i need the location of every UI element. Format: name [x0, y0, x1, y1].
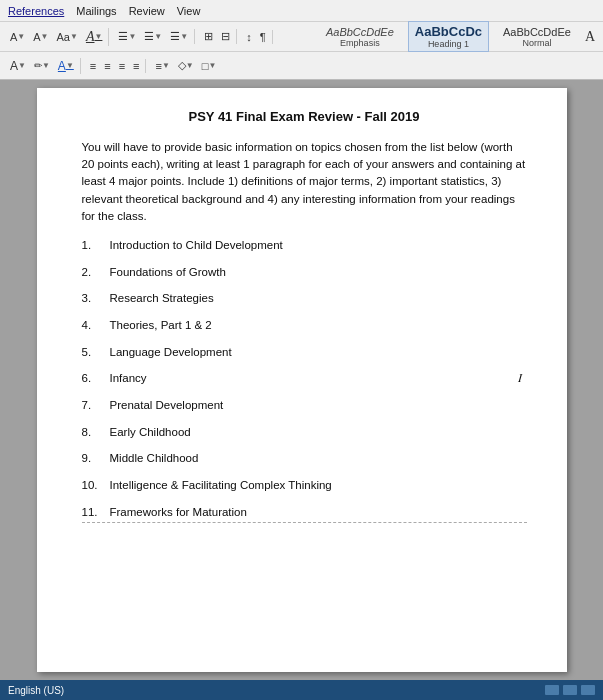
list-item: 11. Frameworks for Maturation — [82, 504, 527, 524]
format-group: A▼ ✏▼ A▼ — [4, 58, 81, 74]
list-btn1[interactable]: ☰▼ — [115, 29, 139, 44]
shading-button[interactable]: ◇▼ — [175, 58, 197, 73]
document-title: PSY 41 Final Exam Review - Fall 2019 — [82, 108, 527, 127]
document-intro: You will have to provide basic informati… — [82, 139, 527, 225]
styles-area: AaBbCcDdEe Emphasis AaBbCcDc Heading 1 A… — [276, 21, 599, 52]
border-button[interactable]: □▼ — [199, 59, 220, 73]
para-button[interactable]: ¶ — [257, 30, 269, 44]
align-right-button[interactable]: ≡ — [116, 59, 128, 73]
menu-review[interactable]: Review — [129, 5, 165, 17]
status-bar: English (US) — [0, 680, 603, 700]
list-text-7: Prenatal Development — [110, 397, 224, 414]
list-num-9: 9. — [82, 450, 110, 467]
font-style-button[interactable]: A▼ — [83, 28, 105, 46]
list-item: 1. Introduction to Child Development — [82, 237, 527, 254]
sort-group: ↕ ¶ — [240, 30, 272, 44]
list-item: 10. Intelligence & Facilitating Complex … — [82, 477, 527, 494]
font-group: A▼ A▼ Aa▼ A▼ — [4, 28, 109, 46]
toolbar-row1: A▼ A▼ Aa▼ A▼ ☰▼ ☰▼ ☰▼ ⊞ ⊟ ↕ ¶ AaBbCcDdEe… — [0, 22, 603, 52]
toolbar-row2: A▼ ✏▼ A▼ ≡ ≡ ≡ ≡ ≡▼ ◇▼ □▼ — [0, 52, 603, 80]
font-a-button[interactable]: A▼ — [7, 30, 28, 44]
list-num-6: 6. — [82, 370, 110, 387]
list-text-4: Theories, Part 1 & 2 — [110, 317, 212, 334]
status-right-icons — [545, 685, 595, 695]
align-left-button[interactable]: ≡ — [87, 59, 99, 73]
styles-more-button[interactable]: A — [585, 29, 595, 45]
indent-increase-button[interactable]: ⊞ — [201, 29, 216, 44]
list-item: 6. Infancy 𝐼 — [82, 370, 527, 387]
underline-a-button[interactable]: A▼ — [55, 58, 77, 74]
list-num-2: 2. — [82, 264, 110, 281]
align-group: ≡ ≡ ≡ ≡ — [84, 59, 147, 73]
list-num-8: 8. — [82, 424, 110, 441]
emphasis-label: Emphasis — [340, 38, 380, 48]
document-page: PSY 41 Final Exam Review - Fall 2019 You… — [37, 88, 567, 672]
document-wrapper: PSY 41 Final Exam Review - Fall 2019 You… — [0, 80, 603, 680]
format-btn2[interactable]: ✏▼ — [31, 59, 53, 72]
menu-mailings[interactable]: Mailings — [76, 5, 116, 17]
list-text-10: Intelligence & Facilitating Complex Thin… — [110, 477, 332, 494]
list-text-5: Language Development — [110, 344, 232, 361]
list-group: ☰▼ ☰▼ ☰▼ — [112, 29, 195, 44]
list-text-6: Infancy — [110, 370, 147, 387]
menu-bar: References Mailings Review View — [0, 0, 603, 22]
list-text-11: Frameworks for Maturation — [110, 504, 247, 521]
style-emphasis[interactable]: AaBbCcDdEe Emphasis — [320, 24, 400, 50]
list-text-2: Foundations of Growth — [110, 264, 226, 281]
list-item: 5. Language Development — [82, 344, 527, 361]
indent-decrease-button[interactable]: ⊟ — [218, 29, 233, 44]
cursor-indicator: 𝐼 — [518, 370, 522, 387]
indent-group: ⊞ ⊟ — [198, 29, 237, 44]
list-num-10: 10. — [82, 477, 110, 494]
menu-references[interactable]: References — [8, 5, 64, 17]
list-text-1: Introduction to Child Development — [110, 237, 283, 254]
list-item: 7. Prenatal Development — [82, 397, 527, 414]
status-icon2 — [563, 685, 577, 695]
style-heading1[interactable]: AaBbCcDc Heading 1 — [408, 21, 489, 52]
align-justify-button[interactable]: ≡ — [130, 59, 142, 73]
normal-preview: AaBbCcDdEe — [503, 26, 571, 38]
style-normal[interactable]: AaBbCcDdEe Normal — [497, 24, 577, 50]
font-a2-button[interactable]: A▼ — [30, 30, 51, 44]
normal-label: Normal — [522, 38, 551, 48]
align-center-button[interactable]: ≡ — [101, 59, 113, 73]
list-text-8: Early Childhood — [110, 424, 191, 441]
status-icon1 — [545, 685, 559, 695]
language-status: English (US) — [8, 685, 64, 696]
list-item: 8. Early Childhood — [82, 424, 527, 441]
list-num-5: 5. — [82, 344, 110, 361]
list-num-7: 7. — [82, 397, 110, 414]
status-icon3 — [581, 685, 595, 695]
list-text-3: Research Strategies — [110, 290, 214, 307]
list-item: 3. Research Strategies — [82, 290, 527, 307]
list-num-4: 4. — [82, 317, 110, 334]
sort-button[interactable]: ↕ — [243, 30, 255, 44]
heading1-preview: AaBbCcDc — [415, 24, 482, 39]
list-num-11: 11. — [82, 504, 110, 521]
list-btn2[interactable]: ☰▼ — [141, 29, 165, 44]
list-num-3: 3. — [82, 290, 110, 307]
list-text-9: Middle Childhood — [110, 450, 199, 467]
list-btn3[interactable]: ☰▼ — [167, 29, 191, 44]
spacing-group: ≡▼ ◇▼ □▼ — [149, 58, 222, 73]
emphasis-preview: AaBbCcDdEe — [326, 26, 394, 38]
heading1-label: Heading 1 — [428, 39, 469, 49]
list-item: 9. Middle Childhood — [82, 450, 527, 467]
menu-view[interactable]: View — [177, 5, 201, 17]
format-btn1[interactable]: A▼ — [7, 58, 29, 74]
list-item: 4. Theories, Part 1 & 2 — [82, 317, 527, 334]
list-item: 2. Foundations of Growth — [82, 264, 527, 281]
line-spacing-button[interactable]: ≡▼ — [152, 59, 172, 73]
font-aa-button[interactable]: Aa▼ — [54, 30, 81, 44]
list-num-1: 1. — [82, 237, 110, 254]
